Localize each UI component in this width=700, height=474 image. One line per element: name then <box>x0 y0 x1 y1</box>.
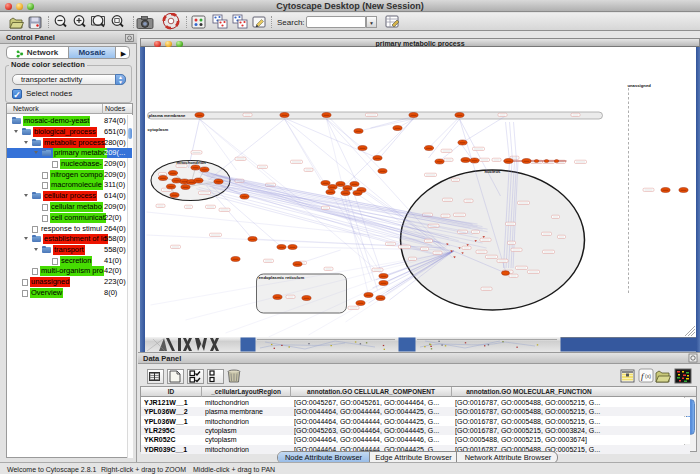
svg-text:nucleus: nucleus <box>484 169 500 174</box>
svg-text:(x): (x) <box>645 373 651 379</box>
svg-text:plasma membrane: plasma membrane <box>148 113 185 118</box>
svg-text:cytoplasm: cytoplasm <box>147 127 168 132</box>
svg-text:unassigned: unassigned <box>627 83 651 88</box>
